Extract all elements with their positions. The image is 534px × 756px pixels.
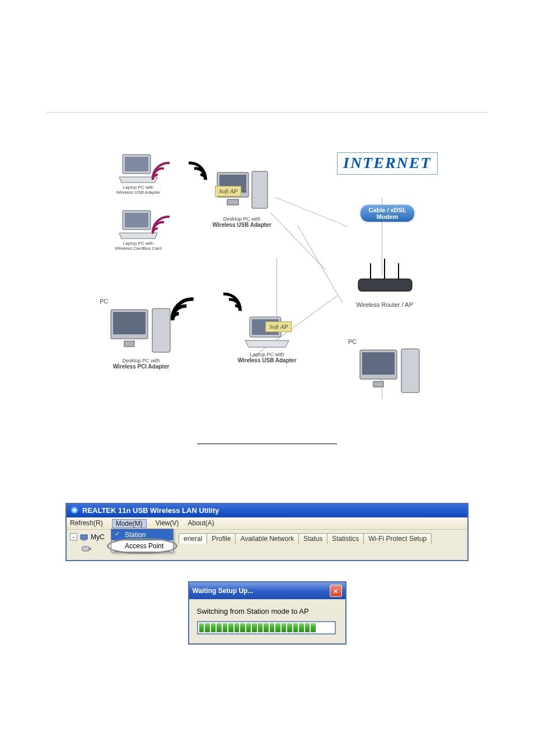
progress-segment	[240, 623, 245, 632]
device-caption: Wireless USB Adapter	[208, 222, 275, 228]
dialog-title-bar: Waiting Setup Up... ×	[189, 582, 345, 599]
device-router: Wireless Router / AP	[337, 259, 432, 309]
dialog-title: Waiting Setup Up...	[193, 587, 254, 595]
progress-segment	[264, 623, 269, 632]
progress-segment	[275, 623, 280, 632]
progress-segment	[287, 623, 292, 632]
internet-label: INTERNET	[337, 152, 438, 175]
device-caption: Wireless Router / AP	[337, 301, 432, 309]
realtek-utility-window: REALTEK 11n USB Wireless LAN Utility Ref…	[65, 503, 469, 561]
menu-refresh[interactable]: Refresh(R)	[70, 519, 103, 528]
device-pc-right: PC	[348, 338, 432, 398]
waiting-dialog: Waiting Setup Up... × Switching from Sta…	[188, 581, 346, 645]
progress-segment	[258, 623, 263, 632]
tab-status[interactable]: Status	[298, 533, 327, 544]
pc-label: PC	[348, 338, 432, 346]
mode-access-point[interactable]: Access Point	[111, 540, 173, 552]
svg-rect-26	[89, 548, 91, 550]
modem-line2: Modem	[377, 213, 399, 220]
progress-segment	[317, 623, 322, 632]
device-tree: − MyC	[70, 533, 105, 542]
wifi-icon	[186, 160, 208, 184]
svg-rect-14	[124, 341, 134, 347]
svg-rect-15	[152, 309, 170, 352]
softap-sticker: Soft AP	[265, 321, 292, 332]
progress-segment	[305, 623, 310, 632]
tab-statistics[interactable]: Statistics	[327, 533, 364, 544]
device-caption: Laptop PC with	[231, 352, 303, 357]
mode-dropdown-menu: Station Access Point	[111, 529, 174, 552]
device-caption: Wireless USB Adapter	[102, 190, 175, 195]
svg-rect-13	[113, 312, 146, 334]
wifi-icon	[150, 214, 172, 237]
progress-segment	[211, 623, 216, 632]
progress-segment	[311, 623, 316, 632]
menu-mode[interactable]: Mode(M)	[112, 519, 147, 528]
progress-segment	[299, 623, 304, 632]
progress-segment	[223, 623, 228, 632]
window-title-bar: REALTEK 11n USB Wireless LAN Utility	[67, 504, 467, 517]
device-softap-desktop: Soft AP Desktop PC with Wireless USB Ada…	[208, 169, 275, 228]
progress-segment	[252, 623, 257, 632]
tab-general[interactable]: eneral	[179, 533, 207, 544]
svg-rect-25	[82, 547, 89, 551]
menu-about[interactable]: About(A)	[188, 519, 214, 528]
mode-station[interactable]: Station	[111, 529, 173, 540]
connector-line	[275, 197, 348, 227]
connector-line	[270, 213, 325, 269]
desktop-icon	[348, 347, 432, 398]
usb-device-icon	[81, 544, 92, 553]
progress-segment	[246, 623, 251, 632]
wifi-icon	[150, 160, 172, 184]
svg-rect-23	[81, 535, 87, 539]
svg-rect-1	[125, 157, 148, 171]
modem-line1: Cable / xDSL	[368, 207, 406, 213]
progress-bar	[197, 621, 336, 634]
svg-rect-7	[252, 171, 268, 208]
menu-view[interactable]: View(V)	[156, 519, 179, 528]
close-button[interactable]: ×	[330, 585, 342, 597]
menubar: Refresh(R) Mode(M) View(V) About(A)	[67, 517, 467, 530]
progress-segment	[329, 623, 334, 632]
progress-segment	[217, 623, 222, 632]
laptop-icon	[231, 315, 303, 349]
tab-available-network[interactable]: Available Network	[235, 533, 299, 544]
device-caption: Wireless PCI Adapter	[96, 363, 186, 370]
device-caption: Wireless USB Adapter	[231, 357, 303, 364]
figure-rule	[197, 444, 337, 444]
progress-segment	[205, 623, 210, 632]
svg-rect-20	[373, 381, 383, 387]
close-icon: ×	[334, 587, 338, 595]
modem-badge: Cable / xDSL Modem	[354, 205, 421, 222]
dialog-message: Switching from Station mode to AP	[197, 607, 338, 615]
svg-rect-19	[362, 352, 395, 375]
tree-child	[81, 544, 92, 555]
page-separator	[47, 112, 487, 113]
tree-root-label[interactable]: MyC	[91, 533, 105, 541]
progress-segment	[228, 623, 233, 632]
tree-collapse-icon[interactable]: −	[70, 533, 77, 540]
svg-rect-6	[227, 199, 238, 205]
router-icon	[337, 259, 432, 298]
progress-segment	[293, 623, 298, 632]
tab-profile[interactable]: Profile	[207, 533, 236, 544]
progress-segment	[322, 623, 327, 632]
svg-rect-3	[125, 213, 148, 227]
device-caption: Wireless CardBus Card	[102, 246, 175, 251]
device-caption: Desktop PC with	[208, 216, 275, 222]
tab-wifi-protect-setup[interactable]: Wi-Fi Protect Setup	[363, 533, 432, 544]
wifi-icon	[169, 296, 197, 325]
device-softap-laptop: Soft AP Laptop PC with Wireless USB Adap…	[231, 315, 303, 364]
svg-rect-11	[358, 279, 412, 291]
device-caption: Laptop PC with	[102, 185, 175, 190]
tabs: eneral Profile Available Network Status …	[179, 533, 464, 544]
svg-rect-24	[82, 540, 86, 541]
network-diagram: Laptop PC with Wireless USB Adapter Lapt…	[96, 152, 438, 410]
progress-segment	[235, 623, 240, 632]
internet-label-box: INTERNET	[337, 152, 432, 175]
progress-segment	[270, 623, 275, 632]
connector-line	[297, 225, 343, 303]
wifi-icon	[221, 291, 243, 315]
app-icon	[70, 506, 79, 515]
softap-sticker: Soft AP	[215, 186, 241, 197]
